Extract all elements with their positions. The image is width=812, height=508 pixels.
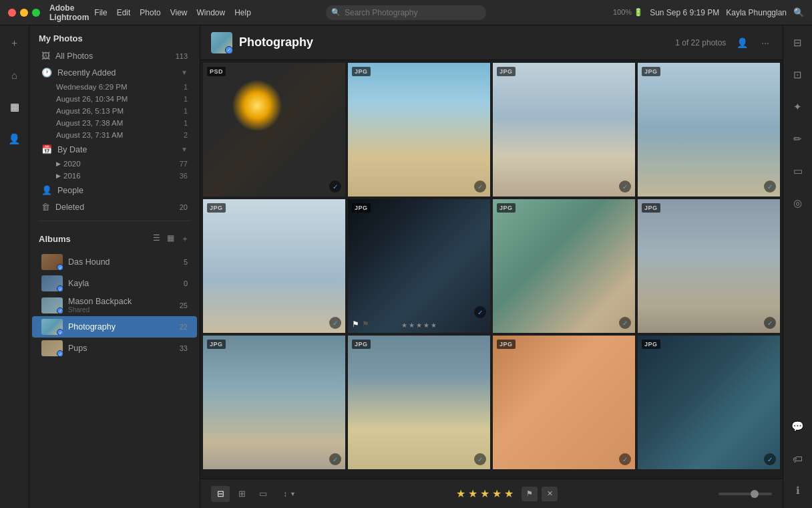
photo-cell-4[interactable]: JPG ✓ xyxy=(638,63,780,197)
info-icon[interactable]: ℹ xyxy=(789,481,807,500)
star-2-button[interactable]: ★ xyxy=(468,487,477,500)
photo-cell-6[interactable]: JPG ⚑ ⚑ ★ ★ ★ ★ ★ ✓ xyxy=(348,199,490,333)
photo-cell-9[interactable]: JPG ✓ xyxy=(203,336,345,469)
album-thumb-pups: ✓ xyxy=(41,340,63,356)
search-input[interactable] xyxy=(326,5,486,20)
photo-check: ✓ xyxy=(474,306,486,318)
star-5: ★ xyxy=(431,322,437,329)
tag-icon[interactable]: 🏷 xyxy=(789,449,807,468)
grid-icon[interactable]: ▦ xyxy=(5,98,24,116)
menu-edit[interactable]: Edit xyxy=(117,8,131,17)
sidebar-item-deleted[interactable]: 🗑 Deleted 20 xyxy=(32,199,197,215)
photo-cell-10[interactable]: JPG ✓ xyxy=(348,336,490,469)
recently-added-aug23-731[interactable]: August 23, 7:31 AM 2 xyxy=(32,129,197,141)
date-label: August 26, 10:34 PM xyxy=(56,95,128,103)
photo-check: ✓ xyxy=(619,317,631,329)
zoom-slider[interactable] xyxy=(719,493,772,495)
grid-view-button[interactable]: ▦ xyxy=(166,232,176,246)
sidebar: My Photos 🖼 All Photos 113 🕐 Recently Ad… xyxy=(29,25,200,508)
photo-image-lightbulb xyxy=(203,63,345,197)
user-icon[interactable]: 👤 xyxy=(734,35,751,51)
photo-cell-7[interactable]: JPG ✓ xyxy=(493,199,635,333)
flag-button[interactable]: ⚑ xyxy=(522,487,538,501)
search-icon: 🔍 xyxy=(331,8,341,17)
menu-file[interactable]: File xyxy=(94,8,107,17)
multi-grid-view-button[interactable]: ⊞ xyxy=(232,486,251,502)
fullscreen-button[interactable] xyxy=(32,9,40,17)
star-3-button[interactable]: ★ xyxy=(480,487,489,500)
bottom-center: ★ ★ ★ ★ ★ ⚑ ✕ xyxy=(301,487,713,501)
photo-cell-12[interactable]: JPG ✓ xyxy=(638,336,780,469)
photo-image-curtain xyxy=(348,199,490,333)
minimize-button[interactable] xyxy=(20,9,28,17)
photo-cell-11[interactable]: JPG ✓ xyxy=(493,336,635,469)
titlebar-time: Sun Sep 6 9:19 PM xyxy=(650,8,719,17)
add-icon[interactable]: ＋ xyxy=(5,33,24,52)
photo-cell-8[interactable]: JPG ✓ xyxy=(638,199,780,333)
recently-added-aug26-513[interactable]: August 26, 5:13 PM 1 xyxy=(32,105,197,117)
crop-icon[interactable]: ⊡ xyxy=(789,66,807,84)
album-item-das-hound[interactable]: ✓ Das Hound 5 xyxy=(32,251,197,273)
single-grid-view-button[interactable]: ⊟ xyxy=(211,486,230,502)
close-button[interactable] xyxy=(8,9,16,17)
heal-icon[interactable]: ✦ xyxy=(789,98,807,116)
album-name: Pups xyxy=(68,344,174,353)
search-icon-right[interactable]: 🔍 xyxy=(793,7,804,17)
album-item-pups[interactable]: ✓ Pups 33 xyxy=(32,338,197,359)
album-item-kayla[interactable]: ✓ Kayla 0 xyxy=(32,273,197,294)
photo-format-badge: JPG xyxy=(642,203,660,213)
list-view-button[interactable]: ☰ xyxy=(152,232,162,246)
menu-window[interactable]: Window xyxy=(197,8,226,17)
album-count: 25 xyxy=(180,301,188,309)
photo-image-beach-walk xyxy=(493,63,635,197)
album-item-mason-backpack[interactable]: ✓ Mason Backpack Shared 25 xyxy=(32,294,197,316)
recently-added-wed[interactable]: Wednesday 6:29 PM 1 xyxy=(32,81,197,93)
radial-icon[interactable]: ◎ xyxy=(789,194,807,213)
menu-view[interactable]: View xyxy=(170,8,188,17)
albums-header: Albums ☰ ▦ ＋ xyxy=(29,227,200,251)
view-buttons: ⊟ ⊞ ▭ xyxy=(211,486,272,502)
photo-cell-1[interactable]: PSD ✓ xyxy=(203,63,345,197)
paint-icon[interactable]: ✏ xyxy=(789,130,807,148)
zoom-thumb[interactable] xyxy=(751,490,759,498)
rect-select-icon[interactable]: ▭ xyxy=(789,162,807,180)
add-album-button[interactable]: ＋ xyxy=(180,232,190,246)
albums-title: Albums xyxy=(39,234,71,244)
star-5-button[interactable]: ★ xyxy=(504,487,514,500)
chat-icon[interactable]: 💬 xyxy=(789,417,807,436)
album-check-badge: ✓ xyxy=(57,307,63,313)
reject-button[interactable]: ✕ xyxy=(542,487,558,501)
content-title: Photography xyxy=(239,35,313,49)
app-title: Adobe Lightroom xyxy=(49,3,89,22)
adjustments-icon[interactable]: ⊟ xyxy=(789,33,807,52)
home-icon[interactable]: ⌂ xyxy=(5,66,24,84)
year-2020[interactable]: ▶ 2020 77 xyxy=(32,158,197,170)
chevron-right-icon: ▶ xyxy=(56,160,61,167)
sidebar-item-people[interactable]: 👤 People xyxy=(32,182,197,199)
sidebar-item-by-date[interactable]: 📅 By Date ▼ xyxy=(32,141,197,158)
photo-image-beach-alone xyxy=(203,336,345,469)
chevron-down-icon: ▼ xyxy=(181,69,188,76)
star-4-button[interactable]: ★ xyxy=(492,487,501,500)
photo-cell-5[interactable]: JPG ✓ xyxy=(203,199,345,333)
photo-cell-2[interactable]: JPG ✓ xyxy=(348,63,490,197)
photo-cell-3[interactable]: JPG ✓ xyxy=(493,63,635,197)
sort-button[interactable]: ↕ ▼ xyxy=(283,489,296,499)
date-label: August 23, 7:31 AM xyxy=(56,131,123,139)
album-name: Kayla xyxy=(68,279,178,288)
date-count: 1 xyxy=(184,83,188,91)
year-2016[interactable]: ▶ 2016 36 xyxy=(32,170,197,182)
filmstrip-view-button[interactable]: ▭ xyxy=(254,486,272,502)
recently-added-aug23-738[interactable]: August 23, 7:38 AM 1 xyxy=(32,117,197,129)
photo-check: ✓ xyxy=(329,453,341,465)
more-options-icon[interactable]: ··· xyxy=(759,35,772,51)
recently-added-aug26-1034[interactable]: August 26, 10:34 PM 1 xyxy=(32,93,197,105)
album-item-photography[interactable]: ✓ Photography 22 xyxy=(32,316,197,338)
user-name: Kayla Phungglan xyxy=(726,8,787,17)
star-1-button[interactable]: ★ xyxy=(456,487,465,500)
menu-photo[interactable]: Photo xyxy=(140,8,160,17)
sidebar-item-recently-added[interactable]: 🕐 Recently Added ▼ xyxy=(32,64,197,81)
people-icon[interactable]: 👤 xyxy=(5,130,24,148)
date-count: 2 xyxy=(184,131,188,139)
sidebar-item-all-photos[interactable]: 🖼 All Photos 113 xyxy=(32,47,197,64)
